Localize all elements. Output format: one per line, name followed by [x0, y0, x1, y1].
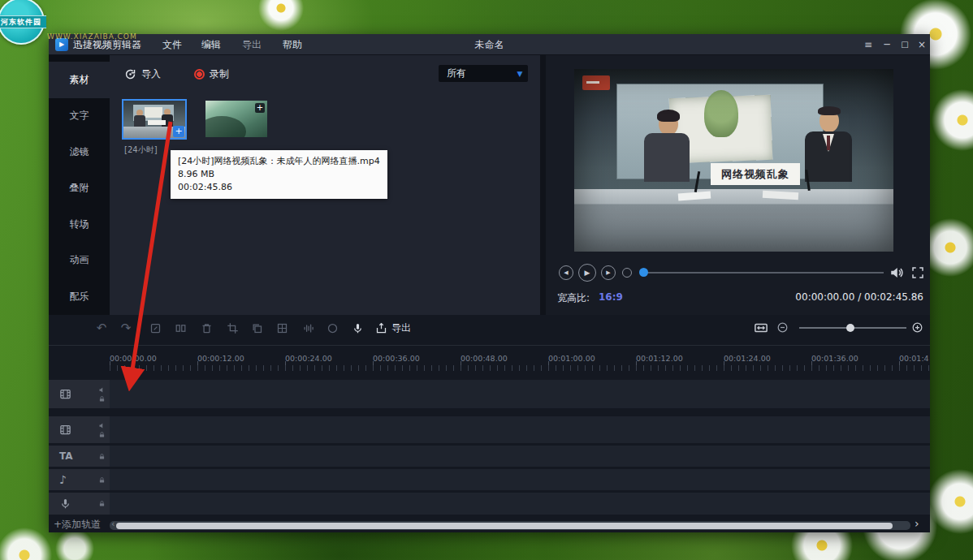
preview-video-frame[interactable]: 网络视频乱象	[574, 69, 893, 252]
video-track-1-header	[49, 380, 110, 408]
music-note-icon: ♪	[59, 473, 67, 486]
watermark-url-text: WWW.XIAZAIBA.COM	[47, 32, 137, 41]
add-to-timeline-icon[interactable]: +	[255, 103, 265, 113]
text-track[interactable]: TA	[49, 446, 930, 467]
close-button[interactable]: ×	[915, 34, 929, 55]
maximize-button[interactable]: □	[897, 34, 912, 55]
voiceover-track-lane[interactable]	[110, 493, 930, 515]
news-studio-scene: 网络视频乱象	[574, 69, 893, 252]
video-track-2-lane[interactable]	[110, 416, 930, 443]
music-track-header: ♪	[49, 469, 110, 490]
music-track-lane[interactable]	[110, 469, 930, 490]
sidebar: 素材 文字 滤镜 叠附 转场 动画 配乐	[49, 55, 110, 315]
video-editor-window: ▶ 迅捷视频剪辑器 文件 编辑 导出 帮助 未命名 ≡ ─ □ × 素材 文字 …	[49, 34, 930, 532]
next-frame-button[interactable]: ▶	[601, 265, 616, 280]
video-track-2[interactable]	[49, 416, 930, 443]
lock-icon[interactable]	[98, 500, 106, 507]
media-clip-2-thumbnail[interactable]: +	[205, 101, 267, 137]
minimize-button[interactable]: ─	[880, 34, 894, 55]
mosaic-button[interactable]	[275, 321, 289, 335]
zoom-in-icon[interactable]	[911, 321, 923, 334]
sidebar-item-animation[interactable]: 动画	[49, 243, 110, 279]
lock-icon[interactable]	[98, 476, 106, 484]
split-button[interactable]	[173, 321, 188, 335]
aspect-ratio-label: 宽高比:	[557, 291, 590, 305]
film-icon	[59, 388, 71, 400]
zoom-out-icon[interactable]	[776, 321, 789, 334]
fit-timeline-icon[interactable]	[754, 321, 768, 335]
tooltip-filename: [24小时]网络视频乱象：未成年人的网络直播.mp4	[178, 155, 380, 168]
text-track-icon: TA	[59, 450, 73, 462]
import-icon	[124, 68, 136, 80]
hamburger-menu-icon[interactable]: ≡	[861, 34, 876, 55]
copy-button[interactable]	[249, 321, 264, 335]
preview-panel: 网络视频乱象 ◀ ▶ ▶ 宽高比: 16:9 00:00:00.00 / 00:…	[540, 55, 930, 315]
media-library-panel: 导入 录制 所有 ▼ +	[110, 55, 540, 315]
toolbar-divider	[49, 345, 930, 346]
video-track-1[interactable]	[49, 380, 930, 408]
timeline-panel: ↶ ↷ 导出 00:00:00.00 00:00:12.00 00:00:	[49, 315, 930, 532]
volume-icon[interactable]	[889, 265, 904, 280]
lock-icon[interactable]	[98, 453, 106, 460]
export-icon	[375, 322, 387, 334]
media-filter-dropdown[interactable]: 所有 ▼	[439, 65, 528, 82]
redo-button[interactable]: ↷	[119, 321, 133, 335]
video-track-2-header	[49, 416, 110, 443]
edit-button[interactable]	[148, 321, 162, 335]
news-caption-box: 网络视频乱象	[711, 163, 800, 185]
sidebar-item-music[interactable]: 配乐	[49, 278, 110, 315]
audio-adjust-button[interactable]	[301, 321, 315, 335]
speaker-icon[interactable]	[98, 386, 106, 394]
text-track-lane[interactable]	[110, 446, 930, 467]
undo-button[interactable]: ↶	[94, 321, 109, 335]
record-button[interactable]: 录制	[194, 65, 229, 83]
stop-button[interactable]	[622, 268, 632, 278]
delete-button[interactable]	[199, 321, 214, 335]
lock-icon[interactable]	[98, 395, 106, 403]
clip-info-tooltip: [24小时]网络视频乱象：未成年人的网络直播.mp4 8.96 MB 00:02…	[171, 150, 387, 199]
play-button[interactable]: ▶	[578, 264, 596, 282]
video-track-1-lane[interactable]	[110, 380, 930, 408]
anchor-left-body	[644, 133, 690, 182]
record-icon	[194, 69, 205, 80]
add-to-timeline-icon[interactable]: +	[173, 126, 184, 137]
seek-handle[interactable]	[639, 268, 648, 277]
timeline-horizontal-scrollbar[interactable]: ‹	[110, 521, 910, 530]
music-track[interactable]: ♪	[49, 469, 930, 490]
scroll-right-icon[interactable]: ›	[915, 517, 919, 530]
seek-bar[interactable]	[642, 272, 884, 274]
sidebar-item-text[interactable]: 文字	[49, 98, 110, 135]
media-clip-1-thumbnail[interactable]: +	[122, 99, 187, 140]
sidebar-item-overlay[interactable]: 叠附	[49, 170, 110, 207]
scrollbar-thumb[interactable]	[116, 523, 893, 529]
sidebar-item-transition[interactable]: 转场	[49, 206, 110, 243]
voiceover-track[interactable]	[49, 493, 930, 515]
add-track-button[interactable]: +添加轨道	[54, 518, 101, 532]
clip1-caption-box	[148, 120, 166, 125]
panel-divider	[540, 55, 546, 315]
anchor-left-head	[659, 113, 678, 136]
crop-button[interactable]	[225, 321, 240, 335]
export-label: 导出	[391, 321, 411, 335]
film-icon	[59, 424, 71, 436]
sidebar-item-filter[interactable]: 滤镜	[49, 134, 110, 170]
document-title: 未命名	[49, 34, 930, 55]
export-button[interactable]: 导出	[375, 321, 411, 335]
clip1-book	[145, 107, 162, 118]
scroll-left-icon[interactable]: ‹	[111, 519, 115, 529]
voiceover-mic-button[interactable]	[350, 321, 365, 335]
lock-icon[interactable]	[98, 431, 106, 438]
fullscreen-icon[interactable]	[910, 265, 925, 280]
filter-selected-value: 所有	[439, 67, 512, 80]
microphone-icon	[59, 498, 71, 510]
tooltip-filesize: 8.96 MB	[178, 168, 380, 181]
import-button[interactable]: 导入	[124, 65, 161, 83]
sidebar-item-material[interactable]: 素材	[49, 62, 110, 98]
speaker-icon[interactable]	[98, 422, 106, 429]
speed-button[interactable]	[325, 321, 339, 335]
aspect-ratio-value[interactable]: 16:9	[599, 291, 623, 303]
previous-frame-button[interactable]: ◀	[559, 265, 573, 280]
record-label: 录制	[210, 67, 229, 81]
backdrop-tree-graphic	[704, 90, 738, 137]
timeline-zoom-handle[interactable]	[846, 324, 854, 332]
